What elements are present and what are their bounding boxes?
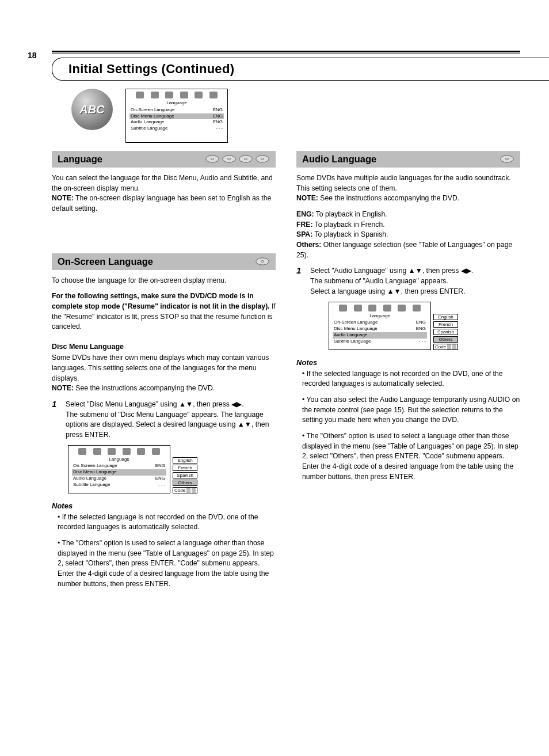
step-body: Select "Audio Language" using ▲▼, then p…	[310, 266, 473, 297]
osd-row: Disc Menu LanguageENG	[129, 113, 224, 120]
notes-heading: Notes	[52, 502, 276, 510]
left-column: Language You can select the language for…	[52, 151, 276, 595]
note-item: • The "Others" option is used to select …	[52, 538, 276, 589]
disc-icon	[255, 257, 270, 266]
list-item: French	[173, 465, 197, 471]
step-number: 1	[52, 400, 62, 440]
osd-tab-icons	[129, 92, 224, 98]
page: 18 Initial Settings (Continued) ABC Lang…	[0, 0, 549, 618]
disc-menu-submenu-figure: Language On-Screen LanguageENG Disc Menu…	[68, 445, 276, 493]
up-down-arrows-icon: ▲▼	[238, 420, 251, 428]
list-item: Spanish	[173, 472, 197, 478]
onscreen-lang-header-bar: On-Screen Language	[52, 253, 276, 270]
important-note: For the following settings, make sure th…	[52, 291, 276, 332]
paragraph: To choose the language for the on-screen…	[52, 276, 276, 286]
osd-row: Audio LanguageENG	[129, 119, 224, 126]
columns: Language You can select the language for…	[52, 151, 520, 595]
language-options-list: English French Spanish Others Code	[173, 457, 197, 493]
step-1-disc-menu: 1 Select "Disc Menu Language" using ▲▼, …	[52, 400, 276, 440]
bar-title: Audio Language	[302, 154, 500, 165]
bar-title: Language	[58, 154, 205, 165]
disc-icon	[255, 154, 270, 164]
notes-heading: Notes	[296, 358, 520, 367]
left-right-arrows-icon: ◀▶	[461, 267, 471, 275]
step-1-audio: 1 Select "Audio Language" using ▲▼, then…	[296, 266, 520, 297]
audio-language-header-bar: Audio Language	[296, 151, 520, 168]
paragraph: Some DVDs have multiple audio languages …	[296, 173, 520, 204]
page-number: 18	[28, 51, 37, 60]
paragraph: You can select the language for the Disc…	[52, 173, 276, 214]
svg-point-7	[261, 158, 264, 160]
paragraph: Some DVDs have their own menu displays w…	[52, 353, 276, 394]
right-column: Audio Language Some DVDs have multiple a…	[296, 151, 520, 595]
category-icons	[205, 154, 270, 164]
disc-icon	[205, 154, 220, 164]
list-item: English	[173, 457, 197, 464]
step-number: 1	[296, 266, 307, 297]
list-item: Others	[433, 336, 458, 343]
disc-icon	[500, 154, 514, 164]
disc-icon	[222, 154, 237, 164]
language-options-list: English French Spanish Others Code	[433, 314, 458, 350]
svg-point-11	[505, 158, 508, 160]
osd-caption: Language	[129, 100, 224, 107]
note-item: • If the selected language is not record…	[296, 369, 520, 389]
up-down-arrows-icon: ▲▼	[409, 267, 422, 275]
step-body: Select "Disc Menu Language" using ▲▼, th…	[66, 400, 276, 440]
list-item: English	[433, 314, 458, 320]
bar-title: On-Screen Language	[58, 256, 255, 267]
osd-row: On-Screen LanguageENG	[129, 107, 224, 113]
legend: ENG: To playback in English. FRE: To pla…	[296, 210, 520, 260]
svg-point-9	[261, 261, 264, 263]
section-title: Initial Settings (Continued)	[52, 58, 549, 81]
disc-icon	[238, 154, 253, 164]
left-right-arrows-icon: ◀▶	[231, 400, 242, 408]
code-entry: Code	[433, 344, 458, 350]
up-down-arrows-icon: ▲▼	[179, 400, 193, 408]
note-item: • The "Others" option is used to select …	[296, 431, 520, 482]
disc-menu-language-heading: Disc Menu Language	[52, 343, 276, 351]
svg-point-5	[244, 158, 247, 160]
up-down-arrows-icon: ▲▼	[387, 287, 401, 295]
osd-language-preview: Language On-Screen LanguageENG Disc Menu…	[125, 89, 228, 143]
list-item: French	[433, 321, 458, 328]
language-header-bar: Language	[52, 151, 276, 168]
note-item: • You can also select the Audio Language…	[296, 395, 520, 426]
osd-row: Subtitle Language- - -	[129, 126, 224, 132]
list-item: Others	[173, 480, 197, 486]
intro-row: ABC Language On-Screen LanguageENG Disc …	[71, 89, 520, 143]
audio-submenu-figure: Language On-Screen LanguageENG Disc Menu…	[329, 302, 520, 350]
category-icons	[255, 257, 270, 266]
svg-point-1	[211, 158, 214, 160]
list-item: Spanish	[433, 329, 458, 335]
language-abc-icon: ABC	[71, 89, 113, 130]
top-divider	[52, 51, 520, 54]
svg-point-3	[227, 158, 230, 160]
code-entry: Code	[173, 487, 197, 493]
category-icons	[500, 154, 514, 164]
note-item: • If the selected language is not record…	[52, 512, 276, 533]
